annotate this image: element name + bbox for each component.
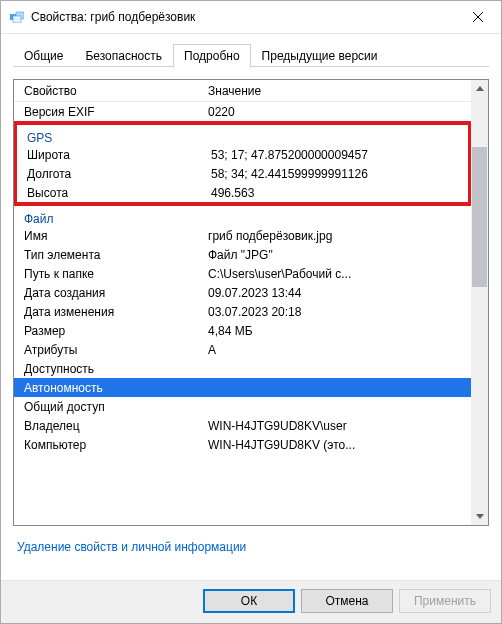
label: Дата создания — [14, 286, 204, 300]
row-path[interactable]: Путь к папке C:\Users\user\Рабочий с... — [14, 264, 471, 283]
row-longitude[interactable]: Долгота 58; 34; 42.441599999991126 — [17, 164, 468, 183]
value: гриб подберёзовик.jpg — [204, 229, 471, 243]
svg-marker-5 — [476, 86, 484, 91]
svg-rect-2 — [13, 16, 21, 23]
tab-details[interactable]: Подробно — [173, 44, 251, 68]
scroll-thumb[interactable] — [472, 147, 487, 287]
row-shared[interactable]: Общий доступ — [14, 397, 471, 416]
row-computer[interactable]: Компьютер WIN-H4JTG9UD8KV (это... — [14, 435, 471, 454]
row-latitude[interactable]: Широта 53; 17; 47.875200000009457 — [17, 145, 468, 164]
group-file: Файл — [14, 206, 471, 226]
tab-security[interactable]: Безопасность — [74, 44, 173, 67]
header-value[interactable]: Значение — [204, 84, 471, 98]
value: WIN-H4JTG9UD8KV (это... — [204, 438, 471, 452]
row-modified[interactable]: Дата изменения 03.07.2023 20:18 — [14, 302, 471, 321]
gps-highlight: GPS Широта 53; 17; 47.875200000009457 До… — [14, 121, 471, 206]
scroll-down-button[interactable] — [471, 508, 488, 525]
close-button[interactable] — [455, 1, 501, 33]
value: WIN-H4JTG9UD8KV\user — [204, 419, 471, 433]
scroll-track[interactable] — [471, 97, 488, 508]
label: Путь к папке — [14, 267, 204, 281]
row-name[interactable]: Имя гриб подберёзовик.jpg — [14, 226, 471, 245]
remove-properties-link[interactable]: Удаление свойств и личной информации — [17, 540, 246, 554]
value: 53; 17; 47.875200000009457 — [207, 148, 468, 162]
row-attributes[interactable]: Атрибуты A — [14, 340, 471, 359]
ok-button[interactable]: ОК — [203, 589, 295, 613]
tab-general[interactable]: Общие — [13, 44, 74, 67]
svg-marker-6 — [476, 514, 484, 519]
label: Размер — [14, 324, 204, 338]
list-viewport: Свойство Значение Версия EXIF 0220 GPS Ш… — [14, 80, 471, 525]
row-altitude[interactable]: Высота 496.563 — [17, 183, 468, 202]
row-size[interactable]: Размер 4,84 МБ — [14, 321, 471, 340]
column-headers: Свойство Значение — [14, 80, 471, 102]
row-availability[interactable]: Доступность — [14, 359, 471, 378]
value: Файл "JPG" — [204, 248, 471, 262]
row-exif-version[interactable]: Версия EXIF 0220 — [14, 102, 471, 121]
label: Владелец — [14, 419, 204, 433]
value: 03.07.2023 20:18 — [204, 305, 471, 319]
label: Широта — [17, 148, 207, 162]
value: 09.07.2023 13:44 — [204, 286, 471, 300]
label: Версия EXIF — [14, 105, 204, 119]
value: 0220 — [204, 105, 471, 119]
group-gps: GPS — [17, 125, 468, 145]
value: A — [204, 343, 471, 357]
value: 4,84 МБ — [204, 324, 471, 338]
row-owner[interactable]: Владелец WIN-H4JTG9UD8KV\user — [14, 416, 471, 435]
dialog-buttons: ОК Отмена Применить — [1, 580, 501, 623]
tab-strip: Общие Безопасность Подробно Предыдущие в… — [1, 34, 501, 67]
label: Дата изменения — [14, 305, 204, 319]
label: Автономность — [14, 381, 204, 395]
window-title: Свойства: гриб подберёзовик — [31, 10, 455, 24]
properties-list[interactable]: Свойство Значение Версия EXIF 0220 GPS Ш… — [13, 79, 489, 526]
value: 58; 34; 42.441599999991126 — [207, 167, 468, 181]
label: Тип элемента — [14, 248, 204, 262]
vertical-scrollbar[interactable] — [471, 80, 488, 525]
label: Компьютер — [14, 438, 204, 452]
cancel-button[interactable]: Отмена — [301, 589, 393, 613]
header-property[interactable]: Свойство — [14, 84, 204, 98]
properties-dialog: Свойства: гриб подберёзовик Общие Безопа… — [0, 0, 502, 624]
titlebar: Свойства: гриб подберёзовик — [1, 1, 501, 33]
row-type[interactable]: Тип элемента Файл "JPG" — [14, 245, 471, 264]
label: Долгота — [17, 167, 207, 181]
scroll-up-button[interactable] — [471, 80, 488, 97]
row-created[interactable]: Дата создания 09.07.2023 13:44 — [14, 283, 471, 302]
tab-previous-versions[interactable]: Предыдущие версии — [251, 44, 389, 67]
value: 496.563 — [207, 186, 468, 200]
label: Доступность — [14, 362, 204, 376]
app-icon — [9, 9, 25, 25]
apply-button[interactable]: Применить — [399, 589, 491, 613]
label: Имя — [14, 229, 204, 243]
value: C:\Users\user\Рабочий с... — [204, 267, 471, 281]
label: Высота — [17, 186, 207, 200]
details-panel: Свойство Значение Версия EXIF 0220 GPS Ш… — [1, 67, 501, 580]
row-offline[interactable]: Автономность — [14, 378, 471, 397]
label: Атрибуты — [14, 343, 204, 357]
label: Общий доступ — [14, 400, 204, 414]
